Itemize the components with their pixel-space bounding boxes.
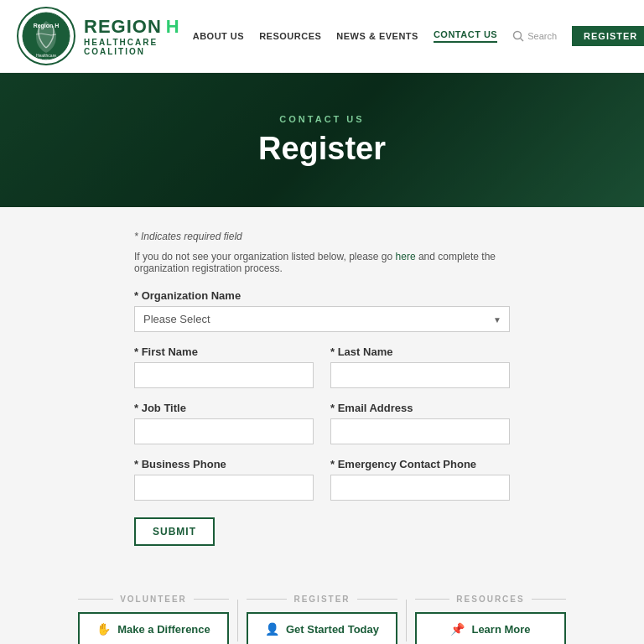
- email-input[interactable]: [330, 418, 510, 444]
- logo-circle: Region H Healthcare Coalition: [17, 7, 75, 65]
- name-row: * First Name * Last Name: [134, 345, 510, 388]
- main-nav: ABOUT US RESOURCES NEWS & EVENTS CONTACT…: [193, 26, 644, 46]
- org-note-pre: If you do not see your organization list…: [134, 251, 396, 262]
- form-submit-button[interactable]: SUBMIT: [134, 517, 215, 546]
- title-email-row: * Job Title * Email Address: [134, 402, 510, 444]
- nav-about[interactable]: ABOUT US: [193, 31, 244, 41]
- svg-line-5: [521, 39, 524, 42]
- org-name-label: * Organization Name: [134, 289, 510, 302]
- search-area[interactable]: Search: [512, 30, 557, 42]
- logo-area: Region H Healthcare Coalition REGION H H…: [17, 7, 179, 65]
- emergency-phone-input[interactable]: [330, 475, 510, 501]
- cta-register-text: Get Started Today: [286, 623, 379, 636]
- business-phone-input[interactable]: [134, 475, 314, 501]
- emergency-phone-group: * Emergency Contact Phone: [330, 458, 510, 501]
- job-title-input[interactable]: [134, 418, 314, 444]
- brand-h: H: [166, 16, 179, 38]
- brand-healthcare: HEALTHCARE: [84, 38, 179, 47]
- cta-resources-button[interactable]: 📌 Learn More: [415, 612, 566, 644]
- business-phone-label: * Business Phone: [134, 458, 314, 470]
- last-name-group: * Last Name: [330, 345, 510, 388]
- hero-content: CONTACT US Register: [258, 114, 386, 167]
- brand-text: REGION H HEALTHCARE COALITION: [84, 16, 179, 56]
- business-phone-group: * Business Phone: [134, 458, 314, 501]
- first-name-label: * First Name: [134, 345, 314, 358]
- cta-volunteer-text: Make a Difference: [117, 623, 210, 636]
- cta-volunteer-label-line: VOLUNTEER: [78, 595, 229, 604]
- org-select-wrap: Please Select ▼: [134, 306, 510, 332]
- phone-row: * Business Phone * Emergency Contact Pho…: [134, 458, 510, 501]
- nav-contact[interactable]: CONTACT US: [434, 29, 497, 43]
- nav-resources[interactable]: RESOURCES: [259, 31, 321, 41]
- brand-region: REGION: [84, 16, 162, 38]
- cta-register-label: REGISTER: [293, 595, 350, 604]
- first-name-input[interactable]: [134, 362, 314, 388]
- email-label: * Email Address: [330, 402, 510, 414]
- volunteer-icon: ✋: [96, 622, 111, 636]
- cta-register-button[interactable]: 👤 Get Started Today: [247, 612, 397, 644]
- org-note-link[interactable]: here: [396, 251, 416, 262]
- hero-section: CONTACT US Register: [0, 73, 644, 207]
- search-icon: [512, 30, 524, 42]
- hero-eyebrow: CONTACT US: [258, 114, 386, 124]
- cta-volunteer-block: VOLUNTEER ✋ Make a Difference: [70, 595, 237, 644]
- last-name-label: * Last Name: [330, 345, 510, 358]
- svg-text:Coalition: Coalition: [39, 58, 53, 61]
- cta-register-block: REGISTER 👤 Get Started Today: [238, 595, 406, 644]
- resources-cta-icon: 📌: [450, 622, 465, 636]
- header: Region H Healthcare Coalition REGION H H…: [0, 0, 644, 73]
- cta-section: VOLUNTEER ✋ Make a Difference REGISTER 👤…: [0, 571, 644, 644]
- required-note: * Indicates required field: [134, 231, 510, 242]
- first-name-group: * First Name: [134, 345, 314, 388]
- cta-volunteer-button[interactable]: ✋ Make a Difference: [78, 612, 229, 644]
- cta-resources-text: Learn More: [471, 623, 530, 636]
- emergency-phone-label: * Emergency Contact Phone: [330, 458, 510, 470]
- cta-volunteer-label: VOLUNTEER: [120, 595, 187, 604]
- logo-svg: Region H Healthcare Coalition: [21, 11, 71, 61]
- nav-news[interactable]: NEWS & EVENTS: [336, 31, 418, 41]
- org-select[interactable]: Please Select: [134, 306, 510, 332]
- job-title-label: * Job Title: [134, 402, 314, 414]
- search-placeholder: Search: [527, 31, 557, 41]
- hero-title: Register: [258, 131, 386, 167]
- svg-point-4: [514, 32, 522, 39]
- cta-resources-label-line: RESOURCES: [415, 595, 566, 604]
- email-group: * Email Address: [330, 402, 510, 444]
- cta-resources-block: RESOURCES 📌 Learn More: [407, 595, 574, 644]
- register-cta-icon: 👤: [265, 622, 279, 636]
- last-name-input[interactable]: [330, 362, 510, 388]
- org-note: If you do not see your organization list…: [134, 251, 510, 274]
- form-section: * Indicates required field If you do not…: [0, 207, 644, 571]
- brand-coalition: COALITION: [84, 47, 179, 56]
- cta-resources-label: RESOURCES: [456, 595, 524, 604]
- cta-register-label-line: REGISTER: [247, 595, 397, 604]
- register-button[interactable]: REGISTER: [572, 26, 644, 46]
- job-title-group: * Job Title: [134, 402, 314, 444]
- org-name-group: * Organization Name Please Select ▼: [134, 289, 510, 332]
